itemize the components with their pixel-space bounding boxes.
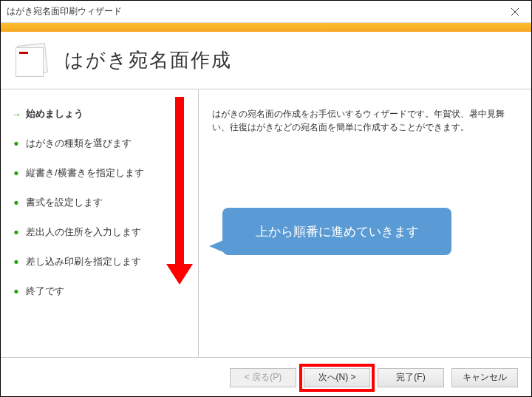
step-label: 書式を設定します bbox=[26, 196, 103, 209]
step-label: 縦書き/横書きを指定します bbox=[26, 166, 144, 180]
step-postcard-type: • はがきの種類を選びます bbox=[11, 137, 188, 150]
step-label: はがきの種類を選びます bbox=[26, 137, 132, 150]
annotation-callout: 上から順番に進めていきます bbox=[222, 208, 451, 255]
cancel-button[interactable]: キャンセル bbox=[451, 368, 518, 387]
step-finish: • 終了です bbox=[11, 285, 188, 298]
titlebar: はがき宛名面印刷ウィザード bbox=[1, 1, 531, 23]
back-button-label: < 戻る(P) bbox=[245, 371, 282, 384]
description-text: はがきの宛名面の作成をお手伝いするウィザードです。年賀状、暑中見舞い、往復はがき… bbox=[212, 107, 518, 134]
accent-bar bbox=[1, 23, 531, 32]
postcard-icon bbox=[14, 43, 52, 78]
next-button-label: 次へ(N) > bbox=[318, 371, 356, 384]
window-title: はがき宛名面印刷ウィザード bbox=[7, 5, 122, 18]
bullet-icon: • bbox=[11, 228, 21, 236]
close-icon bbox=[511, 8, 519, 16]
step-label: 差し込み印刷を指定します bbox=[26, 255, 141, 268]
wizard-header: はがき宛名面作成 bbox=[1, 32, 531, 89]
bullet-icon: • bbox=[11, 140, 21, 147]
bullet-icon: • bbox=[11, 169, 21, 177]
step-format: • 書式を設定します bbox=[11, 196, 188, 209]
next-button[interactable]: 次へ(N) > bbox=[304, 368, 370, 387]
step-sender-address: • 差出人の住所を入力します bbox=[11, 225, 188, 239]
wizard-window: はがき宛名面印刷ウィザード はがき宛名面作成 → 始めましょう • はがきの種類… bbox=[0, 0, 532, 397]
bullet-icon: • bbox=[11, 199, 21, 206]
finish-button[interactable]: 完了(F) bbox=[378, 368, 444, 387]
wizard-title: はがき宛名面作成 bbox=[64, 47, 232, 73]
step-mail-merge: • 差し込み印刷を指定します bbox=[11, 255, 188, 268]
step-start: → 始めましょう bbox=[11, 107, 188, 121]
step-label: 始めましょう bbox=[26, 107, 83, 121]
bullet-icon: • bbox=[11, 288, 21, 295]
step-label: 終了です bbox=[26, 285, 64, 298]
cancel-button-label: キャンセル bbox=[463, 371, 507, 384]
back-button: < 戻る(P) bbox=[230, 368, 296, 387]
arrow-right-icon: → bbox=[11, 109, 21, 120]
finish-button-label: 完了(F) bbox=[396, 371, 425, 384]
annotation-callout-text: 上から順番に進めていきます bbox=[256, 223, 419, 240]
step-label: 差出人の住所を入力します bbox=[26, 225, 141, 239]
wizard-footer: < 戻る(P) 次へ(N) > 完了(F) キャンセル bbox=[1, 357, 531, 397]
step-orientation: • 縦書き/横書きを指定します bbox=[11, 166, 188, 180]
steps-sidebar: → 始めましょう • はがきの種類を選びます • 縦書き/横書きを指定します •… bbox=[1, 89, 199, 357]
close-button[interactable] bbox=[498, 1, 531, 23]
bullet-icon: • bbox=[11, 258, 21, 265]
